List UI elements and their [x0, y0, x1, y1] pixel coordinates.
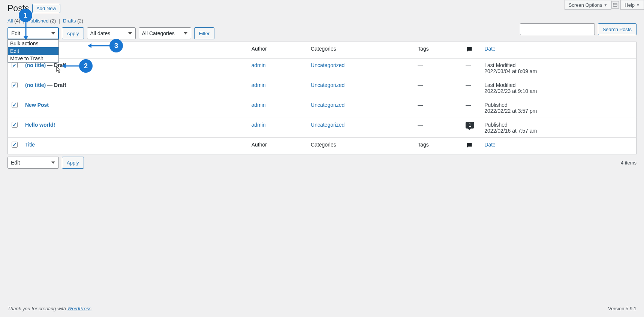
date-status: Last Modified	[484, 62, 632, 68]
annotation-arrow-3	[88, 43, 111, 48]
search-input[interactable]	[520, 23, 595, 35]
items-count-bottom: 4 items	[621, 160, 637, 166]
row-checkbox[interactable]	[12, 102, 18, 108]
svg-marker-4	[62, 64, 66, 68]
post-title-link[interactable]: (no title)	[25, 62, 46, 68]
footer-credit: Thank you for creating with WordPress.	[7, 306, 93, 311]
column-categories-foot: Categories	[307, 138, 414, 154]
column-author: Author	[248, 42, 307, 58]
version-text: Version 5.9.1	[608, 306, 637, 311]
comments-dash: —	[466, 62, 471, 68]
help-button[interactable]: Help ▼	[620, 0, 644, 10]
filter-all[interactable]: All (4)	[7, 18, 20, 24]
bulk-actions-select-bottom[interactable]: Edit	[7, 157, 59, 169]
tags-value: —	[418, 82, 423, 88]
svg-marker-2	[24, 36, 28, 40]
author-link[interactable]: admin	[252, 122, 266, 128]
post-title-link[interactable]: New Post	[25, 102, 49, 108]
column-categories: Categories	[307, 42, 414, 58]
table-row: New Post admin Uncategorized — — Publish…	[8, 98, 637, 118]
footer: Thank you for creating with WordPress. V…	[0, 300, 644, 317]
column-date[interactable]: Date	[481, 42, 636, 58]
select-all-checkbox-bottom[interactable]	[12, 142, 18, 148]
bulk-option-bulk-actions[interactable]: Bulk actions	[8, 40, 58, 47]
date-timestamp: 2022/02/23 at 9:10 am	[484, 88, 632, 94]
column-tags-foot: Tags	[414, 138, 462, 154]
apply-button-bottom[interactable]: Apply	[62, 157, 84, 169]
filter-published[interactable]: Published (2)	[27, 18, 56, 24]
date-status: Published	[484, 102, 632, 108]
bulk-option-move-to-trash[interactable]: Move to Trash	[8, 55, 58, 62]
post-state: — Draft	[47, 82, 66, 88]
bulk-option-edit[interactable]: Edit	[8, 47, 58, 55]
comments-dash: —	[466, 102, 471, 108]
row-checkbox[interactable]	[12, 122, 18, 128]
annotation-arrow-1	[24, 21, 28, 40]
row-checkbox[interactable]	[12, 82, 18, 88]
annotation-badge-3: 3	[109, 39, 123, 52]
filter-drafts[interactable]: Drafts (2)	[63, 18, 83, 24]
filter-button[interactable]: Filter	[194, 27, 215, 39]
apply-button-top[interactable]: Apply	[62, 27, 84, 39]
chevron-down-icon: ▼	[636, 3, 640, 7]
column-comments-foot	[462, 138, 481, 154]
table-row: (no title) — Draft admin Uncategorized —…	[8, 78, 637, 98]
bulk-actions-dropdown: Bulk actions Edit Move to Trash	[7, 39, 59, 63]
date-filter-select[interactable]: All dates	[87, 27, 136, 39]
bulk-actions-wrap: Edit Bulk actions Edit Move to Trash	[7, 27, 59, 39]
author-link[interactable]: admin	[252, 102, 266, 108]
bulk-actions-select[interactable]: Edit	[7, 27, 59, 39]
comments-count-badge[interactable]: 1	[466, 122, 474, 129]
column-comments	[462, 42, 481, 58]
tablenav-bottom: Edit Apply 4 items	[7, 157, 637, 169]
column-author-foot: Author	[248, 138, 307, 154]
category-link[interactable]: Uncategorized	[311, 62, 344, 68]
help-label: Help	[625, 2, 635, 8]
comment-icon	[466, 46, 473, 54]
screen-options-label: Screen Options	[569, 2, 602, 8]
posts-table: Title Author Categories Tags Date (no ti…	[7, 42, 637, 154]
date-timestamp: 2022/02/22 at 3:57 pm	[484, 108, 632, 114]
top-bar: Screen Options ▼ Help ▼	[565, 0, 644, 10]
date-timestamp: 2022/03/04 at 8:09 am	[484, 68, 632, 74]
annotation-arrow-2	[62, 64, 81, 68]
help-preview-icon	[611, 1, 619, 9]
date-timestamp: 2022/02/16 at 7:57 am	[484, 128, 632, 134]
category-filter-wrap: All Categories	[139, 27, 191, 39]
comments-dash: —	[466, 82, 471, 88]
add-new-button[interactable]: Add New	[32, 4, 60, 13]
svg-rect-0	[613, 3, 617, 6]
chevron-down-icon: ▼	[604, 3, 607, 7]
date-filter-wrap: All dates	[87, 27, 136, 39]
category-link[interactable]: Uncategorized	[311, 82, 344, 88]
search-posts-button[interactable]: Search Posts	[598, 23, 637, 35]
tags-value: —	[418, 122, 423, 128]
author-link[interactable]: admin	[252, 62, 266, 68]
comment-icon	[466, 142, 473, 150]
column-date-foot[interactable]: Date	[481, 138, 636, 154]
table-row: (no title) — Draft admin Uncategorized —…	[8, 58, 637, 78]
screen-options-button[interactable]: Screen Options ▼	[565, 0, 612, 10]
bulk-actions-wrap-bottom: Edit	[7, 157, 59, 169]
post-status-filters: All (4) | Published (2) | Drafts (2)	[7, 18, 637, 24]
category-filter-select[interactable]: All Categories	[139, 27, 191, 39]
row-checkbox[interactable]	[12, 62, 18, 68]
post-title-link[interactable]: (no title)	[25, 82, 46, 88]
date-status: Last Modified	[484, 82, 632, 88]
tags-value: —	[418, 62, 423, 68]
category-link[interactable]: Uncategorized	[311, 122, 344, 128]
cursor-icon	[56, 66, 61, 73]
post-title-link[interactable]: Hello world!	[25, 122, 55, 128]
annotation-badge-2: 2	[79, 59, 93, 73]
date-status: Published	[484, 122, 632, 128]
table-row: Hello world! admin Uncategorized — 1 Pub…	[8, 118, 637, 138]
search-bar: Search Posts	[520, 23, 637, 35]
annotation-badge-1: 1	[19, 9, 32, 22]
wordpress-link[interactable]: WordPress	[67, 306, 91, 311]
tags-value: —	[418, 102, 423, 108]
author-link[interactable]: admin	[252, 82, 266, 88]
column-tags: Tags	[414, 42, 462, 58]
svg-marker-6	[88, 43, 91, 48]
column-title-foot[interactable]: Title	[21, 138, 248, 154]
category-link[interactable]: Uncategorized	[311, 102, 344, 108]
